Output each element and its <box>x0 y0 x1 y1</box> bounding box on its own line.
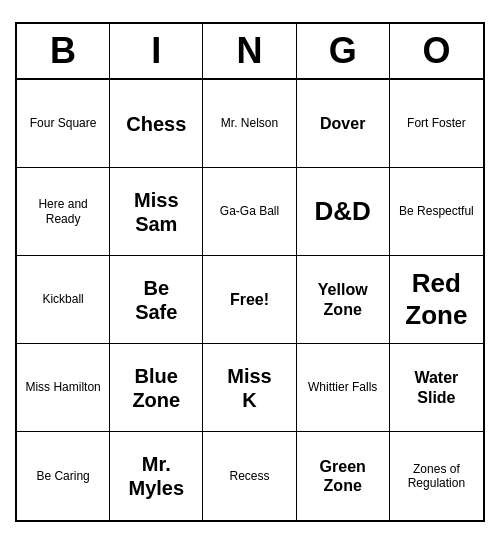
cell-text-18: Whittier Falls <box>308 380 377 394</box>
bingo-cell-19: Water Slide <box>390 344 483 432</box>
cell-text-15: Miss Hamilton <box>25 380 100 394</box>
cell-text-6: MissSam <box>134 188 178 236</box>
bingo-cell-3: Dover <box>297 80 390 168</box>
bingo-cell-0: Four Square <box>17 80 110 168</box>
bingo-cell-11: BeSafe <box>110 256 203 344</box>
cell-text-13: Yellow Zone <box>301 280 385 318</box>
bingo-cell-13: Yellow Zone <box>297 256 390 344</box>
cell-text-7: Ga-Ga Ball <box>220 204 279 218</box>
cell-text-16: BlueZone <box>132 364 180 412</box>
cell-text-9: Be Respectful <box>399 204 474 218</box>
bingo-cell-20: Be Caring <box>17 432 110 520</box>
bingo-cell-5: Here and Ready <box>17 168 110 256</box>
bingo-cell-4: Fort Foster <box>390 80 483 168</box>
header-letter-i: I <box>110 24 203 78</box>
header-letter-g: G <box>297 24 390 78</box>
cell-text-1: Chess <box>126 112 186 136</box>
cell-text-19: Water Slide <box>394 368 479 406</box>
bingo-cell-17: MissK <box>203 344 296 432</box>
cell-text-4: Fort Foster <box>407 116 466 130</box>
cell-text-12: Free! <box>230 290 269 309</box>
bingo-cell-16: BlueZone <box>110 344 203 432</box>
header-letter-b: B <box>17 24 110 78</box>
cell-text-3: Dover <box>320 114 365 133</box>
bingo-card: BINGO Four SquareChessMr. NelsonDoverFor… <box>15 22 485 522</box>
bingo-cell-7: Ga-Ga Ball <box>203 168 296 256</box>
bingo-grid: Four SquareChessMr. NelsonDoverFort Fost… <box>17 80 483 520</box>
cell-text-10: Kickball <box>42 292 83 306</box>
bingo-cell-8: D&D <box>297 168 390 256</box>
cell-text-22: Recess <box>229 469 269 483</box>
cell-text-11: BeSafe <box>135 276 177 324</box>
bingo-cell-22: Recess <box>203 432 296 520</box>
header-letter-o: O <box>390 24 483 78</box>
cell-text-5: Here and Ready <box>21 197 105 226</box>
bingo-cell-6: MissSam <box>110 168 203 256</box>
cell-text-24: Zones of Regulation <box>394 462 479 491</box>
bingo-cell-12: Free! <box>203 256 296 344</box>
cell-text-17: MissK <box>227 364 271 412</box>
bingo-cell-15: Miss Hamilton <box>17 344 110 432</box>
bingo-cell-14: RedZone <box>390 256 483 344</box>
cell-text-21: Mr.Myles <box>128 452 184 500</box>
bingo-cell-21: Mr.Myles <box>110 432 203 520</box>
cell-text-23: Green Zone <box>301 457 385 495</box>
bingo-cell-23: Green Zone <box>297 432 390 520</box>
cell-text-8: D&D <box>315 196 371 227</box>
bingo-cell-18: Whittier Falls <box>297 344 390 432</box>
bingo-header: BINGO <box>17 24 483 80</box>
cell-text-20: Be Caring <box>36 469 89 483</box>
bingo-cell-1: Chess <box>110 80 203 168</box>
header-letter-n: N <box>203 24 296 78</box>
cell-text-2: Mr. Nelson <box>221 116 278 130</box>
cell-text-0: Four Square <box>30 116 97 130</box>
bingo-cell-24: Zones of Regulation <box>390 432 483 520</box>
cell-text-14: RedZone <box>405 268 467 330</box>
bingo-cell-10: Kickball <box>17 256 110 344</box>
bingo-cell-2: Mr. Nelson <box>203 80 296 168</box>
bingo-cell-9: Be Respectful <box>390 168 483 256</box>
